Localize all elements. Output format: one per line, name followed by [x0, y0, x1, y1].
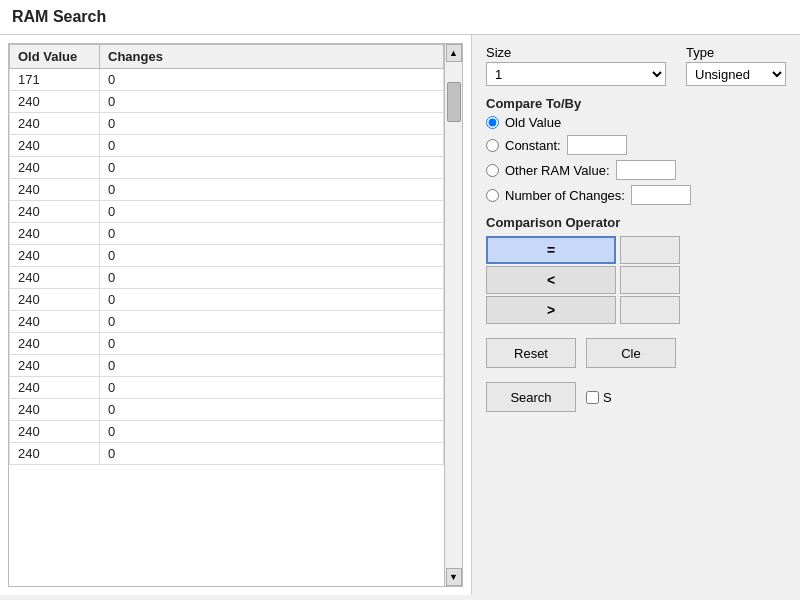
cell-changes: 0	[100, 69, 444, 91]
radio-other-ram: Other RAM Value:	[486, 160, 786, 180]
type-label: Type	[686, 45, 714, 60]
cell-changes: 0	[100, 223, 444, 245]
table-row: 2400	[10, 443, 462, 465]
cell-changes: 0	[100, 311, 444, 333]
cell-old-value: 240	[10, 135, 100, 157]
title-text: RAM Search	[12, 8, 106, 25]
cell-changes: 0	[100, 289, 444, 311]
clear-button[interactable]: Cle	[586, 338, 676, 368]
comparison-operator-label: Comparison Operator	[486, 215, 786, 230]
scroll-down-arrow[interactable]: ▼	[446, 568, 462, 586]
cell-old-value: 240	[10, 157, 100, 179]
scrollbar[interactable]: ▲ ▼	[444, 44, 462, 586]
radio-group: Old Value Constant: Other RAM Value: Num…	[486, 115, 786, 205]
table-row: 2400	[10, 91, 462, 113]
table-row: 2400	[10, 333, 462, 355]
cell-changes: 0	[100, 399, 444, 421]
op-less-extra[interactable]	[620, 266, 680, 294]
table-row: 2400	[10, 179, 462, 201]
table-row: 2400	[10, 421, 462, 443]
compare-section: Compare To/By Old Value Constant: Other …	[486, 96, 786, 205]
cell-changes: 0	[100, 421, 444, 443]
cell-changes: 0	[100, 245, 444, 267]
right-panel: Size Type 1 2 4 Unsigned Signed Float Co…	[472, 35, 800, 595]
scroll-up-arrow[interactable]: ▲	[446, 44, 462, 62]
table-row: 2400	[10, 135, 462, 157]
cell-changes: 0	[100, 201, 444, 223]
radio-old-value-label: Old Value	[505, 115, 561, 130]
cell-changes: 0	[100, 179, 444, 201]
action-row: Reset Cle	[486, 338, 786, 368]
radio-other-ram-input[interactable]	[486, 164, 499, 177]
cell-changes: 0	[100, 443, 444, 465]
search-row: Search S	[486, 382, 786, 412]
table-row: 2400	[10, 311, 462, 333]
table-panel: Old Value Changes 1710240024002400240024…	[0, 35, 472, 595]
scroll-thumb[interactable]	[447, 82, 461, 122]
ram-table: Old Value Changes 1710240024002400240024…	[9, 44, 462, 465]
radio-num-changes-label: Number of Changes:	[505, 188, 625, 203]
table-row: 2400	[10, 245, 462, 267]
search-button[interactable]: Search	[486, 382, 576, 412]
search-checkbox[interactable]	[586, 391, 599, 404]
cell-old-value: 240	[10, 91, 100, 113]
table-wrapper: Old Value Changes 1710240024002400240024…	[8, 43, 463, 587]
cell-changes: 0	[100, 113, 444, 135]
size-type-section: Size Type 1 2 4 Unsigned Signed Float	[486, 45, 786, 86]
op-row-less: <	[486, 266, 786, 294]
cell-old-value: 240	[10, 333, 100, 355]
cell-changes: 0	[100, 377, 444, 399]
table-row: 1710	[10, 69, 462, 91]
cell-old-value: 240	[10, 179, 100, 201]
op-less-btn[interactable]: <	[486, 266, 616, 294]
constant-input[interactable]	[567, 135, 627, 155]
radio-old-value: Old Value	[486, 115, 786, 130]
cell-old-value: 240	[10, 399, 100, 421]
checkbox-row: S	[586, 390, 612, 405]
cell-old-value: 240	[10, 355, 100, 377]
cell-old-value: 240	[10, 245, 100, 267]
op-equals-btn[interactable]: =	[486, 236, 616, 264]
cell-changes: 0	[100, 135, 444, 157]
reset-button[interactable]: Reset	[486, 338, 576, 368]
table-row: 2400	[10, 113, 462, 135]
size-select[interactable]: 1 2 4	[486, 62, 666, 86]
op-greater-extra[interactable]	[620, 296, 680, 324]
radio-num-changes: Number of Changes:	[486, 185, 786, 205]
size-label: Size	[486, 45, 676, 60]
other-ram-input[interactable]	[616, 160, 676, 180]
cell-changes: 0	[100, 267, 444, 289]
op-equals-extra[interactable]	[620, 236, 680, 264]
col-header-changes: Changes	[100, 45, 444, 69]
table-row: 2400	[10, 267, 462, 289]
op-row-greater: >	[486, 296, 786, 324]
window-title: RAM Search	[0, 0, 800, 35]
cell-changes: 0	[100, 333, 444, 355]
search-checkbox-label: S	[603, 390, 612, 405]
cell-old-value: 240	[10, 289, 100, 311]
num-changes-input[interactable]	[631, 185, 691, 205]
compare-label: Compare To/By	[486, 96, 786, 111]
table-row: 2400	[10, 157, 462, 179]
table-row: 2400	[10, 201, 462, 223]
table-row: 2400	[10, 355, 462, 377]
cell-old-value: 240	[10, 223, 100, 245]
cell-old-value: 240	[10, 377, 100, 399]
cell-changes: 0	[100, 355, 444, 377]
radio-old-value-input[interactable]	[486, 116, 499, 129]
type-select[interactable]: Unsigned Signed Float	[686, 62, 786, 86]
radio-constant-label: Constant:	[505, 138, 561, 153]
radio-constant: Constant:	[486, 135, 786, 155]
cell-old-value: 171	[10, 69, 100, 91]
radio-num-changes-input[interactable]	[486, 189, 499, 202]
comparison-operator-section: Comparison Operator = < >	[486, 215, 786, 324]
op-greater-btn[interactable]: >	[486, 296, 616, 324]
radio-constant-input[interactable]	[486, 139, 499, 152]
cell-changes: 0	[100, 157, 444, 179]
cell-old-value: 240	[10, 267, 100, 289]
col-header-old-value: Old Value	[10, 45, 100, 69]
table-row: 2400	[10, 399, 462, 421]
cell-changes: 0	[100, 91, 444, 113]
cell-old-value: 240	[10, 421, 100, 443]
table-row: 2400	[10, 377, 462, 399]
